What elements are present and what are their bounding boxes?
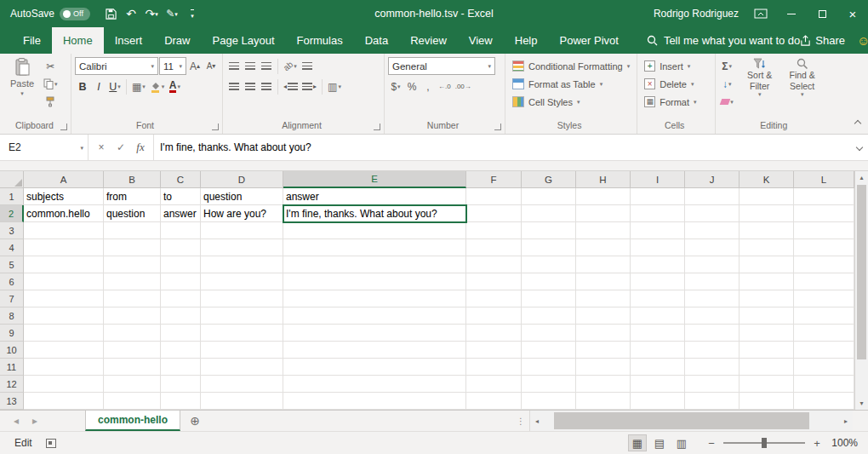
tab-formulas[interactable]: Formulas (286, 27, 354, 54)
maximize-button[interactable] (807, 0, 837, 27)
cell-C13[interactable] (161, 393, 201, 410)
column-header-B[interactable]: B (104, 171, 161, 188)
copy-button[interactable]: ▾ (42, 75, 60, 93)
cell-D7[interactable] (201, 290, 283, 307)
cell-L5[interactable] (794, 256, 854, 273)
expand-formula-bar-button[interactable] (851, 135, 868, 160)
font-name-combo[interactable]: Calibri▾ (75, 57, 158, 75)
row-header-1[interactable]: 1 (0, 188, 24, 205)
cell-E4[interactable] (283, 239, 466, 256)
cell-B12[interactable] (104, 376, 161, 393)
cell-K13[interactable] (740, 393, 794, 410)
cell-I11[interactable] (631, 359, 685, 376)
page-break-view-button[interactable]: ▥ (672, 434, 691, 451)
row-header-9[interactable]: 9 (0, 325, 24, 342)
cell-F11[interactable] (466, 359, 522, 376)
tab-data[interactable]: Data (354, 27, 399, 54)
cell-H3[interactable] (576, 222, 631, 239)
comma-style-button[interactable]: , (420, 78, 436, 95)
cell-H9[interactable] (576, 325, 631, 342)
format-painter-button[interactable] (42, 93, 60, 111)
cell-H7[interactable] (576, 290, 631, 307)
cell-C7[interactable] (161, 290, 201, 307)
cell-G4[interactable] (522, 239, 576, 256)
tab-help[interactable]: Help (504, 27, 549, 54)
cell-K3[interactable] (740, 222, 794, 239)
cell-B7[interactable] (104, 290, 161, 307)
cell-G8[interactable] (522, 307, 576, 325)
clear-button[interactable]: ▾ (719, 93, 735, 111)
cell-I9[interactable] (631, 325, 685, 342)
cell-C3[interactable] (161, 222, 201, 239)
increase-font-size-button[interactable]: A▴ (187, 57, 203, 75)
delete-cells-button[interactable]: × Delete ▾ (641, 75, 697, 93)
cell-H6[interactable] (576, 273, 631, 290)
cell-J2[interactable] (685, 205, 740, 222)
cell-J3[interactable] (685, 222, 740, 239)
share-button[interactable]: Share (800, 34, 845, 47)
select-all-corner[interactable] (0, 171, 24, 188)
redo-button[interactable]: ↷▾ (143, 3, 160, 24)
cell-H13[interactable] (576, 393, 631, 410)
cell-F13[interactable] (466, 393, 522, 410)
row-header-12[interactable]: 12 (0, 376, 24, 393)
horizontal-scroll-thumb[interactable] (554, 412, 809, 429)
cell-L7[interactable] (794, 290, 854, 307)
format-as-table-button[interactable]: Format as Table ▾ (509, 75, 606, 93)
sort-filter-button[interactable]: Sort & Filter ▾ (739, 57, 781, 97)
autosave-pill[interactable]: Off (60, 8, 90, 20)
cell-L10[interactable] (794, 342, 854, 359)
wrap-text-button[interactable] (300, 57, 315, 75)
cell-C9[interactable] (161, 325, 201, 342)
cell-J12[interactable] (685, 376, 740, 393)
cell-H10[interactable] (576, 342, 631, 359)
row-header-10[interactable]: 10 (0, 342, 24, 359)
column-header-E[interactable]: E (283, 171, 466, 188)
cell-G2[interactable] (522, 205, 576, 222)
cell-F10[interactable] (466, 342, 522, 359)
cell-A10[interactable] (24, 342, 104, 359)
tab-file[interactable]: File (12, 27, 52, 54)
cell-I12[interactable] (631, 376, 685, 393)
cell-C8[interactable] (161, 307, 201, 325)
next-sheet-button[interactable]: ▸ (32, 415, 37, 427)
conditional-formatting-button[interactable]: Conditional Formatting ▾ (509, 57, 633, 75)
row-header-5[interactable]: 5 (0, 256, 24, 273)
cell-K9[interactable] (740, 325, 794, 342)
cell-L6[interactable] (794, 273, 854, 290)
cell-L4[interactable] (794, 239, 854, 256)
row-header-2[interactable]: 2 (0, 205, 24, 222)
cell-J9[interactable] (685, 325, 740, 342)
increase-decimal-button[interactable]: ←.0 (437, 78, 453, 95)
column-header-G[interactable]: G (522, 171, 576, 188)
cell-K6[interactable] (740, 273, 794, 290)
name-box[interactable]: E2 ▾ (0, 135, 89, 160)
cut-button[interactable]: ✂ (42, 57, 60, 75)
cell-E7[interactable] (283, 290, 466, 307)
cell-H12[interactable] (576, 376, 631, 393)
decrease-font-size-button[interactable]: A▾ (203, 57, 219, 75)
cell-D6[interactable] (201, 273, 283, 290)
insert-cells-button[interactable]: + Insert ▾ (641, 57, 694, 75)
cell-K2[interactable] (740, 205, 794, 222)
cell-A4[interactable] (24, 239, 104, 256)
zoom-slider-thumb[interactable] (762, 438, 767, 448)
cell-K4[interactable] (740, 239, 794, 256)
font-color-button[interactable]: A▾ (167, 78, 182, 95)
cell-B9[interactable] (104, 325, 161, 342)
scrollbar-grip-dots[interactable]: ⋮ (513, 411, 529, 431)
cell-G7[interactable] (522, 290, 576, 307)
cell-D11[interactable] (201, 359, 283, 376)
cell-E12[interactable] (283, 376, 466, 393)
cell-F2[interactable] (466, 205, 522, 222)
cell-G11[interactable] (522, 359, 576, 376)
new-sheet-button[interactable]: ⊕ (180, 411, 209, 431)
vertical-scroll-track[interactable] (855, 184, 868, 397)
cell-J11[interactable] (685, 359, 740, 376)
row-header-4[interactable]: 4 (0, 239, 24, 256)
number-dialog-launcher[interactable] (494, 124, 501, 130)
insert-function-button[interactable]: fx (132, 141, 149, 154)
cell-J10[interactable] (685, 342, 740, 359)
cell-C5[interactable] (161, 256, 201, 273)
scroll-left-button[interactable]: ◂ (530, 411, 544, 431)
